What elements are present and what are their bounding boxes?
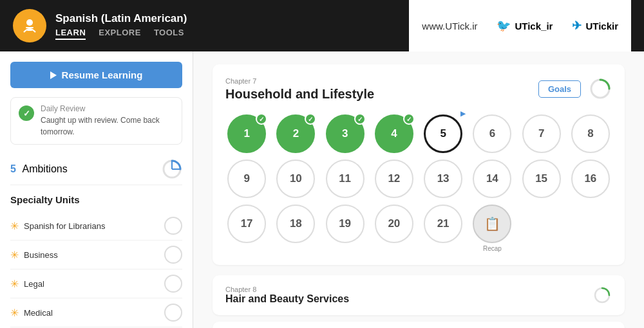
specialty-name-legal: Legal <box>24 279 44 289</box>
unit-cell-10: 10 <box>274 159 317 198</box>
unit-grid-row2: 9 10 11 12 13 14 15 16 <box>225 159 612 198</box>
unit-16[interactable]: 16 <box>571 159 610 198</box>
specialty-progress-librarians <box>164 217 182 235</box>
unit-4[interactable]: 4 <box>375 114 413 153</box>
goals-button[interactable]: Goals <box>538 80 581 98</box>
specialty-progress-medical <box>164 304 182 322</box>
unit-cell-empty1 <box>520 205 563 252</box>
unit-cell-3: 3 <box>324 114 366 153</box>
unit-7[interactable]: 7 <box>522 114 561 153</box>
unit-cell-15: 15 <box>520 159 563 198</box>
nav-tools[interactable]: TOOLS <box>154 28 184 40</box>
unit-cell-5: 5 <box>422 114 464 153</box>
header: Spanish (Latin American) LEARN EXPLORE T… <box>0 0 644 51</box>
header-title-area: Spanish (Latin American) LEARN EXPLORE T… <box>55 12 187 40</box>
unit-1-check <box>256 113 267 125</box>
brand-telegram: ✈ UTickir <box>572 19 618 33</box>
ambitions-count: 5 <box>10 163 16 174</box>
main-layout: Resume Learning Daily Review Caught up w… <box>0 51 644 328</box>
unit-cell-empty2 <box>569 205 612 252</box>
telegram-icon: ✈ <box>572 19 582 33</box>
unit-cell-17: 17 <box>225 205 268 252</box>
daily-review-message: Caught up with review. Come back tomorro… <box>41 114 174 138</box>
telegram-handle: UTickir <box>585 21 618 32</box>
specialty-item-librarians[interactable]: ✳ Spanish for Librarians <box>10 212 182 241</box>
chapter8-text: Chapter 8 Hair and Beauty Services <box>225 286 349 305</box>
ambitions-row[interactable]: 5 Ambitions <box>10 154 182 185</box>
unit-cell-19: 19 <box>324 205 366 252</box>
chapter7-section: Chapter 7 Household and Lifestyle Goals <box>213 64 625 265</box>
unit-11[interactable]: 11 <box>326 159 365 198</box>
unit-6[interactable]: 6 <box>473 114 511 153</box>
unit-2[interactable]: 2 <box>276 114 315 153</box>
brand-url: www.UTick.ir <box>422 21 477 32</box>
specialty-name-medical: Medical <box>24 308 53 318</box>
unit-recap[interactable]: 📋 <box>473 205 511 243</box>
unit-20[interactable]: 20 <box>375 205 413 243</box>
svg-point-0 <box>26 19 33 26</box>
unit-3-check <box>354 113 366 125</box>
unit-cell-9: 9 <box>225 159 268 198</box>
resume-learning-button[interactable]: Resume Learning <box>10 62 182 88</box>
nav-explore[interactable]: EXPLORE <box>99 28 141 40</box>
chapter7-name: Household and Lifestyle <box>225 87 374 102</box>
unit-cell-12: 12 <box>373 159 415 198</box>
specialty-progress-legal <box>164 275 182 293</box>
specialty-item-legal[interactable]: ✳ Legal <box>10 269 182 298</box>
unit-12[interactable]: 12 <box>375 159 413 198</box>
play-icon <box>50 71 57 79</box>
header-nav: LEARN EXPLORE TOOLS <box>55 28 187 40</box>
review-check-icon <box>19 105 34 121</box>
unit-14[interactable]: 14 <box>473 159 511 198</box>
specialty-name-business: Business <box>24 250 58 260</box>
sidebar: Resume Learning Daily Review Caught up w… <box>0 51 193 328</box>
unit-2-check <box>305 113 316 125</box>
daily-review-title: Daily Review <box>41 104 174 113</box>
unit-19[interactable]: 19 <box>326 205 365 243</box>
content-area: Chapter 7 Household and Lifestyle Goals <box>193 51 644 328</box>
unit-21[interactable]: 21 <box>424 205 462 243</box>
unit-8[interactable]: 8 <box>571 114 610 153</box>
chapter8-section[interactable]: Chapter 8 Hair and Beauty Services <box>213 275 625 315</box>
chapter7-meta-right: Goals <box>538 77 612 100</box>
unit-cell-18: 18 <box>274 205 317 252</box>
unit-cell-8: 8 <box>569 114 612 153</box>
logo-icon <box>20 16 39 35</box>
unit-grid-row3: 17 18 19 20 21 📋 Recap <box>225 205 612 252</box>
specialty-title: Specialty Units <box>10 194 182 205</box>
unit-9[interactable]: 9 <box>227 159 266 198</box>
unit-5[interactable]: 5 <box>424 114 462 153</box>
svg-rect-1 <box>26 27 33 28</box>
daily-review-text: Daily Review Caught up with review. Come… <box>41 104 174 138</box>
chapter9-section[interactable]: Chapter 9 Events and Schedules <box>213 322 625 328</box>
chapter7-header: Chapter 7 Household and Lifestyle Goals <box>225 77 612 102</box>
unit-18[interactable]: 18 <box>276 205 315 243</box>
unit-cell-2: 2 <box>274 114 317 153</box>
chapter8-name: Hair and Beauty Services <box>225 293 349 305</box>
recap-icon: 📋 <box>484 216 500 232</box>
unit-10[interactable]: 10 <box>276 159 315 198</box>
nav-learn[interactable]: LEARN <box>55 28 86 40</box>
specialty-item-business[interactable]: ✳ Business <box>10 241 182 269</box>
unit-cell-recap: 📋 Recap <box>471 205 513 252</box>
chapter8-label: Chapter 8 <box>225 286 349 293</box>
unit-cell-21: 21 <box>422 205 464 252</box>
unit-13[interactable]: 13 <box>424 159 462 198</box>
ambitions-label: 5 Ambitions <box>10 163 68 175</box>
recap-label: Recap <box>483 245 502 252</box>
ambitions-text: Ambitions <box>22 163 67 174</box>
unit-3[interactable]: 3 <box>326 114 365 153</box>
unit-cell-16: 16 <box>569 159 612 198</box>
unit-15[interactable]: 15 <box>522 159 561 198</box>
unit-4-check <box>403 113 415 125</box>
unit-cell-13: 13 <box>422 159 464 198</box>
resume-btn-label: Resume Learning <box>62 69 143 80</box>
unit-1[interactable]: 1 <box>227 114 266 153</box>
twitter-icon: 🐦 <box>497 19 511 33</box>
unit-17[interactable]: 17 <box>227 205 266 243</box>
brand-twitter: 🐦 UTick_ir <box>497 19 553 33</box>
unit-grid-row1: 1 2 3 4 5 6 7 <box>225 114 612 153</box>
chapter7-label: Chapter 7 <box>225 77 374 85</box>
specialty-item-medical[interactable]: ✳ Medical <box>10 298 182 327</box>
specialty-star-icon: ✳ <box>10 278 19 290</box>
